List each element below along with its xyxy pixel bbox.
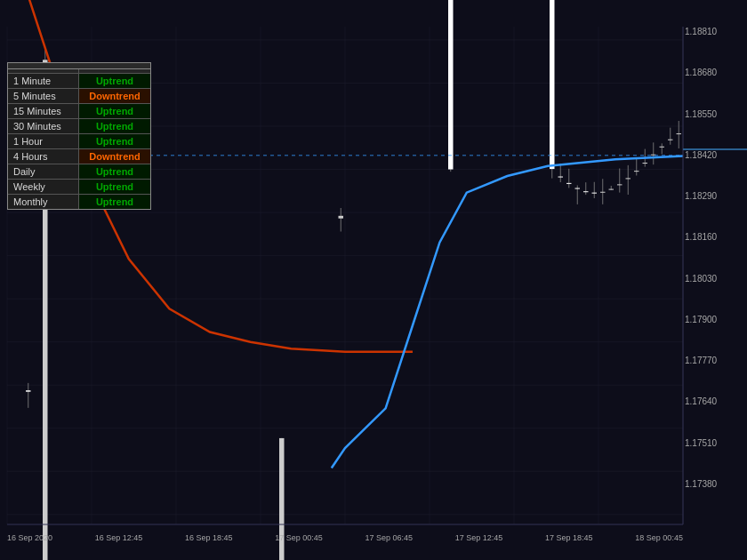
- price-axis: 1.188101.186801.185501.184201.182901.181…: [683, 0, 747, 498]
- signal-cell: Uptrend: [79, 104, 150, 118]
- mtf-row: 5 MinutesDowntrend: [8, 89, 150, 104]
- signal-cell: Uptrend: [79, 119, 150, 133]
- mtf-row: 4 HoursDowntrend: [8, 149, 150, 164]
- timeframe-cell: 1 Minute: [8, 74, 79, 88]
- price-tick: 1.17770: [685, 356, 745, 365]
- time-tick: 18 Sep 00:45: [635, 533, 683, 542]
- price-tick: 1.18290: [685, 191, 745, 201]
- mtf-row: MonthlyUptrend: [8, 195, 150, 209]
- timeframe-cell: 15 Minutes: [8, 104, 79, 118]
- time-tick: 17 Sep 06:45: [365, 533, 414, 542]
- mtf-scanner-panel: 1 MinuteUptrend5 MinutesDowntrend15 Minu…: [7, 62, 151, 210]
- mtf-row: 30 MinutesUptrend: [8, 119, 150, 134]
- price-tick: 1.18420: [685, 150, 745, 160]
- price-tick: 1.18810: [685, 27, 745, 36]
- mtf-scanner-title: [8, 63, 150, 69]
- timeframe-cell: Daily: [8, 164, 79, 179]
- mtf-rows: 1 MinuteUptrend5 MinutesDowntrend15 Minu…: [8, 74, 150, 209]
- signal-cell: Downtrend: [79, 149, 150, 164]
- time-axis: 16 Sep 202016 Sep 12:4516 Sep 18:4517 Se…: [7, 533, 683, 542]
- mtf-row: 1 HourUptrend: [8, 134, 150, 149]
- price-tick: 1.18030: [685, 274, 745, 284]
- time-tick: 16 Sep 12:45: [95, 533, 143, 542]
- timeframe-cell: Weekly: [8, 180, 79, 194]
- time-tick: 17 Sep 12:45: [455, 533, 503, 542]
- mtf-row: 1 MinuteUptrend: [8, 74, 150, 89]
- price-tick: 1.17900: [685, 315, 745, 324]
- timeframe-cell: 5 Minutes: [8, 89, 79, 103]
- timeframe-cell: 30 Minutes: [8, 119, 79, 133]
- timeframe-cell: 1 Hour: [8, 134, 79, 148]
- price-tick: 1.17510: [685, 438, 745, 448]
- time-tick: 17 Sep 00:45: [275, 533, 323, 542]
- mtf-row: WeeklyUptrend: [8, 180, 150, 195]
- price-tick: 1.18680: [685, 68, 745, 77]
- price-tick: 1.18550: [685, 109, 745, 119]
- time-tick: 16 Sep 2020: [7, 533, 52, 542]
- signal-cell: Uptrend: [79, 195, 150, 209]
- time-tick: 17 Sep 18:45: [545, 533, 593, 542]
- signal-cell: Uptrend: [79, 74, 150, 88]
- chart-container: 1 MinuteUptrend5 MinutesDowntrend15 Minu…: [0, 0, 747, 560]
- price-tick: 1.17640: [685, 396, 745, 406]
- signal-cell: Uptrend: [79, 180, 150, 194]
- price-tick: 1.18160: [685, 232, 745, 242]
- timeframe-header: [8, 69, 79, 73]
- mtf-row: 15 MinutesUptrend: [8, 104, 150, 119]
- signal-cell: Uptrend: [79, 134, 150, 148]
- signal-cell: Uptrend: [79, 164, 150, 179]
- price-tick: 1.17380: [685, 479, 745, 489]
- time-tick: 16 Sep 18:45: [185, 533, 233, 542]
- signal-header: [79, 69, 150, 73]
- timeframe-cell: Monthly: [8, 195, 79, 209]
- current-price-label: [683, 148, 747, 150]
- signal-cell: Downtrend: [79, 89, 150, 103]
- timeframe-cell: 4 Hours: [8, 149, 79, 164]
- mtf-row: DailyUptrend: [8, 164, 150, 180]
